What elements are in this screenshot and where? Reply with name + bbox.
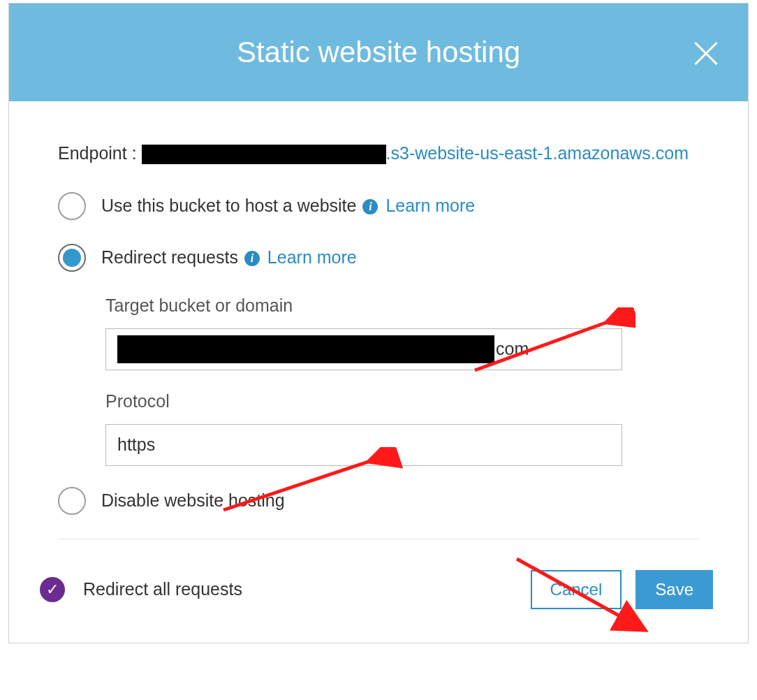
target-bucket-input[interactable]: com: [105, 328, 622, 370]
footer-actions: Cancel Save: [531, 570, 713, 609]
learn-more-link[interactable]: Learn more: [385, 196, 475, 215]
endpoint-link[interactable]: .s3-website-us-east-1.amazonaws.com: [142, 143, 689, 163]
option-host-website[interactable]: Use this bucket to host a website i Lear…: [58, 192, 699, 220]
radio-redirect-requests[interactable]: [58, 244, 86, 272]
option-redirect-requests[interactable]: Redirect requests i Learn more: [58, 244, 699, 272]
target-value-suffix: com: [496, 339, 529, 359]
endpoint-row: Endpoint : .s3-website-us-east-1.amazona…: [58, 140, 699, 167]
protocol-input[interactable]: https: [105, 424, 622, 466]
protocol-field-group: Protocol https: [105, 391, 699, 466]
option-label-host: Use this bucket to host a website: [101, 196, 356, 215]
dialog-title: Static website hosting: [237, 36, 520, 69]
dialog-header: Static website hosting: [9, 3, 748, 101]
radio-host-website[interactable]: [58, 192, 86, 220]
check-icon: ✓: [40, 577, 65, 602]
close-icon[interactable]: [691, 37, 721, 68]
target-bucket-label: Target bucket or domain: [105, 296, 699, 316]
info-icon[interactable]: i: [362, 199, 378, 214]
radio-disable-hosting[interactable]: [58, 487, 86, 515]
footer-status: Redirect all requests: [83, 579, 242, 599]
redacted-endpoint-prefix: [142, 145, 386, 164]
endpoint-label: Endpoint :: [58, 143, 142, 163]
protocol-value: https: [117, 435, 155, 455]
info-icon[interactable]: i: [244, 251, 260, 266]
option-label-redirect: Redirect requests: [101, 247, 238, 267]
cancel-button[interactable]: Cancel: [531, 570, 622, 609]
protocol-label: Protocol: [105, 391, 699, 411]
save-button[interactable]: Save: [635, 570, 713, 609]
redacted-target-prefix: [117, 335, 494, 363]
dialog-footer: ✓ Redirect all requests Cancel Save: [9, 539, 748, 643]
static-website-hosting-dialog: Static website hosting Endpoint : .s3-we…: [8, 3, 749, 643]
learn-more-link[interactable]: Learn more: [267, 247, 357, 267]
dialog-body: Endpoint : .s3-website-us-east-1.amazona…: [9, 101, 748, 539]
target-bucket-field-group: Target bucket or domain com: [105, 296, 699, 370]
option-label-disable: Disable website hosting: [101, 490, 285, 511]
option-disable-hosting[interactable]: Disable website hosting: [58, 487, 699, 515]
endpoint-suffix: .s3-website-us-east-1.amazonaws.com: [386, 143, 689, 163]
